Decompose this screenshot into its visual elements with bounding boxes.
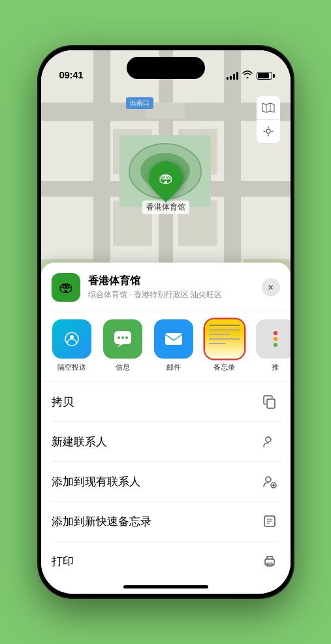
share-item-mail[interactable]: 邮件 (151, 319, 197, 372)
svg-point-24 (121, 336, 124, 339)
action-add-notes[interactable]: 添加到新快速备忘录 (52, 502, 280, 541)
marker-icon: 🏟 (159, 170, 173, 187)
south-exit-label: 出南口 (126, 97, 153, 109)
action-add-notes-label: 添加到新快速备忘录 (52, 514, 151, 529)
svg-point-28 (266, 437, 271, 442)
svg-point-25 (125, 336, 128, 339)
action-add-existing-label: 添加到现有联系人 (52, 474, 140, 489)
copy-icon (259, 391, 280, 412)
action-new-contact-label: 新建联系人 (52, 434, 107, 449)
note-icon (259, 511, 280, 532)
svg-rect-26 (165, 333, 182, 345)
home-indicator (123, 585, 208, 588)
printer-icon (259, 551, 280, 572)
signal-icon (227, 72, 238, 80)
status-icons (227, 71, 272, 80)
venue-subtitle: 综合体育馆 · 香港特别行政区 油尖旺区 (88, 289, 262, 300)
more-label: 推 (272, 362, 279, 372)
airdrop-label: 隔空投送 (57, 362, 86, 372)
svg-rect-27 (267, 399, 275, 408)
more-share-icon (256, 319, 291, 359)
map-type-button[interactable] (257, 96, 280, 120)
share-item-notes[interactable]: 备忘录 (202, 319, 247, 372)
action-print[interactable]: 打印 (52, 541, 280, 581)
notes-icon (205, 319, 244, 359)
person-plus-icon (259, 471, 280, 492)
svg-point-29 (266, 477, 271, 482)
marker-pin: 🏟 (142, 154, 190, 202)
svg-rect-37 (265, 559, 274, 565)
action-copy[interactable]: 拷贝 (52, 382, 280, 422)
close-button[interactable]: × (262, 278, 280, 297)
phone-frame: 09:41 (39, 46, 293, 598)
venue-info: 香港体育馆 综合体育馆 · 香港特别行政区 油尖旺区 (88, 274, 262, 300)
mail-label: 邮件 (166, 362, 181, 372)
action-new-contact[interactable]: 新建联系人 (52, 422, 280, 462)
share-item-more[interactable]: 推 (253, 319, 291, 372)
share-item-messages[interactable]: 信息 (100, 319, 146, 372)
messages-icon (103, 319, 142, 359)
battery-icon (257, 72, 272, 80)
share-item-airdrop[interactable]: 隔空投送 (49, 319, 95, 372)
status-time: 09:41 (59, 69, 84, 80)
wifi-icon (242, 71, 253, 80)
airdrop-icon (52, 319, 91, 359)
action-print-label: 打印 (52, 554, 74, 569)
action-add-existing[interactable]: 添加到现有联系人 (52, 462, 280, 502)
venue-logo-icon: 🏟 (59, 279, 73, 296)
bottom-sheet: 🏟 香港体育馆 综合体育馆 · 香港特别行政区 油尖旺区 × 隔空投送 (41, 263, 291, 594)
location-button[interactable] (257, 120, 280, 143)
svg-point-23 (118, 336, 120, 339)
venue-logo: 🏟 (52, 273, 80, 302)
action-copy-label: 拷贝 (52, 394, 74, 410)
svg-point-19 (266, 129, 270, 133)
person-add-icon (259, 431, 280, 452)
dynamic-island (127, 57, 205, 79)
share-row: 隔空投送 信息 邮件 (41, 310, 291, 382)
svg-point-21 (70, 335, 74, 339)
action-list: 拷贝 新建联系人 添加到现有联系人 (41, 382, 291, 581)
notes-label: 备忘录 (213, 362, 235, 372)
map-controls (257, 96, 280, 143)
mail-icon (154, 319, 193, 359)
venue-name: 香港体育馆 (88, 274, 262, 288)
location-marker: 🏟 香港体育馆 (142, 161, 189, 214)
phone-screen: 09:41 (41, 50, 291, 594)
messages-label: 信息 (116, 362, 130, 372)
sheet-header: 🏟 香港体育馆 综合体育馆 · 香港特别行政区 油尖旺区 × (41, 263, 291, 310)
